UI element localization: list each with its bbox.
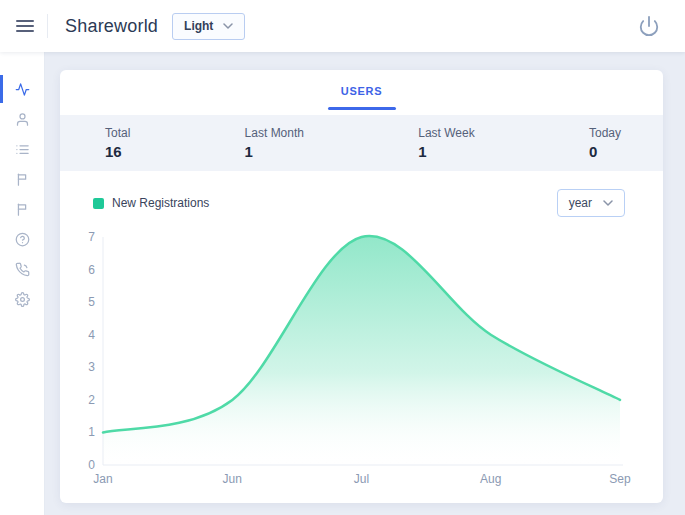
phone-icon bbox=[15, 262, 30, 277]
list-icon bbox=[15, 142, 30, 157]
theme-select-value: Light bbox=[184, 19, 213, 33]
sidebar-item-phone[interactable] bbox=[0, 254, 44, 284]
legend-item[interactable]: New Registrations bbox=[93, 196, 209, 210]
stat-last-month: Last Month1 bbox=[245, 126, 304, 160]
x-tick-label: Aug bbox=[480, 472, 501, 486]
sidebar-item-user[interactable] bbox=[0, 104, 44, 134]
user-icon bbox=[15, 112, 30, 127]
stats-row: Total16Last Month1Last Week1Today0 bbox=[60, 115, 663, 171]
range-select-value: year bbox=[569, 196, 592, 210]
users-card: USERS Total16Last Month1Last Week1Today0… bbox=[60, 70, 663, 503]
header-divider bbox=[47, 14, 48, 38]
y-tick-label: 2 bbox=[88, 393, 95, 407]
sidebar-item-help[interactable] bbox=[0, 224, 44, 254]
theme-select[interactable]: Light bbox=[172, 13, 245, 40]
registrations-chart: 01234567JanJunJulAugSep bbox=[60, 221, 663, 493]
power-button[interactable] bbox=[637, 14, 661, 38]
legend-swatch bbox=[93, 198, 104, 209]
tab-users[interactable]: USERS bbox=[328, 70, 396, 115]
flag-icon bbox=[15, 202, 30, 217]
tab-active-underline bbox=[328, 107, 396, 110]
stat-value: 16 bbox=[105, 143, 130, 160]
menu-icon[interactable] bbox=[14, 13, 36, 39]
stat-value: 0 bbox=[589, 143, 621, 160]
tab-bar: USERS bbox=[60, 70, 663, 115]
y-tick-label: 1 bbox=[88, 425, 95, 439]
y-tick-label: 0 bbox=[88, 458, 95, 472]
x-tick-label: Jan bbox=[93, 472, 112, 486]
y-tick-label: 4 bbox=[88, 328, 95, 342]
stat-value: 1 bbox=[245, 143, 304, 160]
help-icon bbox=[15, 232, 30, 247]
y-tick-label: 6 bbox=[88, 263, 95, 277]
y-tick-label: 3 bbox=[88, 360, 95, 374]
chart-header: New Registrations year bbox=[60, 185, 663, 221]
legend-label: New Registrations bbox=[112, 196, 209, 210]
sidebar-item-flag[interactable] bbox=[0, 164, 44, 194]
settings-icon bbox=[15, 292, 30, 307]
page-title: Shareworld bbox=[65, 16, 158, 37]
stat-label: Last Week bbox=[418, 126, 474, 140]
stat-total: Total16 bbox=[105, 126, 130, 160]
sidebar-item-activity[interactable] bbox=[0, 74, 44, 104]
stat-label: Today bbox=[589, 126, 621, 140]
sidebar-item-settings[interactable] bbox=[0, 284, 44, 314]
chevron-down-icon bbox=[223, 23, 233, 29]
power-icon bbox=[638, 15, 660, 37]
header: Shareworld Light bbox=[0, 0, 685, 52]
activity-icon bbox=[15, 82, 30, 97]
stat-label: Total bbox=[105, 126, 130, 140]
stat-today: Today0 bbox=[589, 126, 621, 160]
x-tick-label: Sep bbox=[609, 472, 631, 486]
x-tick-label: Jul bbox=[354, 472, 369, 486]
app-root: Shareworld Light USERS bbox=[0, 0, 685, 515]
sidebar-item-flag[interactable] bbox=[0, 194, 44, 224]
stat-value: 1 bbox=[418, 143, 474, 160]
chevron-down-icon bbox=[603, 200, 613, 206]
sidebar bbox=[0, 52, 45, 515]
stat-label: Last Month bbox=[245, 126, 304, 140]
y-tick-label: 5 bbox=[88, 295, 95, 309]
tab-users-label: USERS bbox=[341, 85, 382, 97]
range-select[interactable]: year bbox=[557, 189, 625, 217]
y-tick-label: 7 bbox=[88, 230, 95, 244]
area-fill bbox=[103, 236, 620, 465]
flag-icon bbox=[15, 172, 30, 187]
sidebar-item-list[interactable] bbox=[0, 134, 44, 164]
stat-last-week: Last Week1 bbox=[418, 126, 474, 160]
x-tick-label: Jun bbox=[223, 472, 242, 486]
